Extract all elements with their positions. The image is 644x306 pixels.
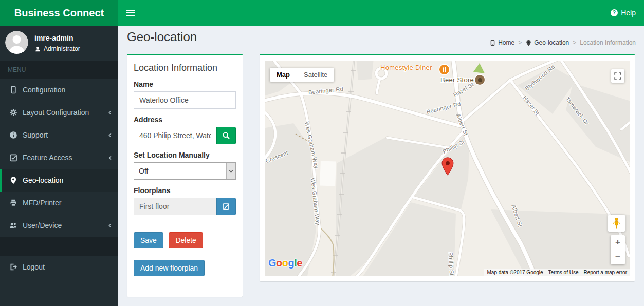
chevron-left-icon	[106, 132, 113, 139]
fullscreen-button[interactable]	[611, 69, 624, 83]
zoom-control: + −	[611, 235, 625, 264]
user-icon	[34, 46, 41, 52]
navbar: Help	[118, 0, 644, 26]
report-map-error-link[interactable]: Report a map error	[581, 269, 630, 276]
store-poi-icon[interactable]	[475, 75, 485, 85]
breadcrumb-home[interactable]: Home	[489, 39, 514, 46]
map-marker-icon	[9, 176, 17, 184]
breadcrumb-label: Geo-location	[534, 39, 569, 46]
pegman-icon	[613, 218, 620, 229]
edit-icon	[222, 202, 230, 211]
check-square-icon	[9, 154, 17, 162]
sidebar-item-label: User/Device	[23, 221, 62, 230]
sidebar-item-label: Logout	[23, 263, 45, 271]
tablet-icon	[489, 40, 496, 46]
help-label: Help	[621, 9, 636, 17]
name-input[interactable]	[134, 91, 236, 109]
user-role: Administrator	[44, 45, 80, 52]
user-name: imre-admin	[34, 34, 80, 42]
gear-icon	[9, 108, 17, 117]
avatar	[5, 31, 28, 54]
save-button[interactable]: Save	[134, 232, 163, 248]
floorplans-label: Floorplans	[134, 186, 236, 195]
map-type-satellite-button[interactable]: Satellite	[297, 68, 334, 82]
sidebar-item-label: Feature Access	[23, 154, 72, 162]
breadcrumb-separator: >	[518, 39, 522, 46]
sidebar-item-layout-configuration[interactable]: Layout Configuration	[0, 101, 118, 124]
sidebar-item-support[interactable]: Support	[0, 124, 118, 146]
location-marker-pin[interactable]	[441, 157, 454, 176]
add-new-floorplan-button[interactable]: Add new floorplan	[134, 260, 205, 276]
breadcrumb-separator: >	[573, 39, 576, 46]
name-label: Name	[134, 80, 236, 88]
sidebar-item-label: Geo-location	[23, 176, 63, 184]
fullscreen-icon	[613, 71, 622, 81]
map-canvas[interactable]: Bearinger Rd Bearinger Rd Hazel St Hazel…	[265, 61, 630, 276]
users-icon	[9, 221, 17, 230]
help-link[interactable]: Help	[610, 9, 636, 17]
info-circle-icon	[9, 131, 17, 139]
tablet-icon	[9, 86, 17, 94]
sidebar-item-geo-location[interactable]: Geo-location	[0, 169, 118, 192]
chevron-left-icon	[106, 155, 113, 161]
delete-button[interactable]: Delete	[169, 232, 203, 248]
breadcrumb-current: Location Information	[580, 39, 636, 46]
sign-out-icon	[9, 263, 17, 271]
sidebar: imre-admin Administrator MENU Configurat…	[0, 26, 118, 306]
map-type-map-button[interactable]: Map	[270, 68, 297, 82]
select-value: Off	[134, 163, 226, 179]
panel-title: Location Information	[134, 63, 236, 73]
sidebar-divider	[0, 237, 118, 256]
zoom-out-button[interactable]: −	[611, 250, 625, 264]
map-panel: Bearinger Rd Bearinger Rd Hazel St Hazel…	[260, 54, 635, 281]
edit-floorplan-button[interactable]	[216, 198, 236, 215]
map-data-text: Map data ©2017 Google	[484, 269, 545, 276]
sidebar-item-label: Support	[23, 131, 48, 139]
poi-label-homestyle-diner[interactable]: Homestyle Diner	[380, 64, 432, 71]
set-location-manually-select[interactable]: Off	[134, 162, 236, 180]
chevron-left-icon	[106, 109, 113, 116]
google-logo[interactable]: Google	[268, 257, 302, 269]
app-logo[interactable]: Business Connect	[0, 0, 118, 26]
sidebar-item-user-device[interactable]: User/Device	[0, 214, 118, 237]
address-input[interactable]	[134, 127, 216, 144]
address-search-button[interactable]	[216, 127, 236, 144]
breadcrumb: Home > Geo-location > Location Informati…	[489, 39, 636, 46]
printer-icon	[9, 199, 17, 207]
breadcrumb-label: Home	[498, 39, 514, 46]
location-information-panel: Location Information Name Address Set Lo…	[127, 54, 243, 297]
search-icon	[222, 131, 230, 140]
menu-header: MENU	[0, 61, 118, 79]
sidebar-toggle-button[interactable]	[118, 0, 142, 26]
pegman-button[interactable]	[608, 215, 625, 232]
address-label: Address	[134, 116, 236, 124]
top-header: Business Connect Help	[0, 0, 644, 26]
restaurant-poi-icon[interactable]	[439, 65, 449, 74]
sidebar-item-mfd-printer[interactable]: MFD/Printer	[0, 192, 118, 214]
sidebar-item-label: Configuration	[23, 86, 65, 94]
street-label: Phillip St	[448, 252, 455, 276]
map-type-control: Map Satellite	[270, 68, 334, 82]
chevron-down-icon	[226, 163, 235, 179]
breadcrumb-geo-location[interactable]: Geo-location	[525, 39, 569, 46]
help-icon	[610, 9, 618, 17]
poi-label-beer-store[interactable]: Beer Store	[440, 76, 474, 84]
sidebar-item-configuration[interactable]: Configuration	[0, 79, 118, 101]
set-location-manually-label: Set Location Manually	[134, 151, 236, 159]
chevron-left-icon	[106, 222, 113, 229]
user-panel: imre-admin Administrator	[0, 26, 118, 59]
sidebar-item-feature-access[interactable]: Feature Access	[0, 146, 118, 169]
page-title: Geo-location	[127, 30, 197, 44]
map-marker-icon	[525, 40, 532, 46]
map-attribution: Map data ©2017 Google Terms of Use Repor…	[484, 269, 630, 276]
zoom-in-button[interactable]: +	[611, 235, 625, 250]
divider	[127, 224, 243, 224]
sidebar-item-label: MFD/Printer	[23, 199, 61, 207]
floorplan-name-input	[134, 198, 216, 215]
sidebar-item-label: Layout Configuration	[23, 108, 89, 117]
sidebar-item-logout[interactable]: Logout	[0, 256, 118, 278]
terms-of-use-link[interactable]: Terms of Use	[546, 269, 581, 276]
